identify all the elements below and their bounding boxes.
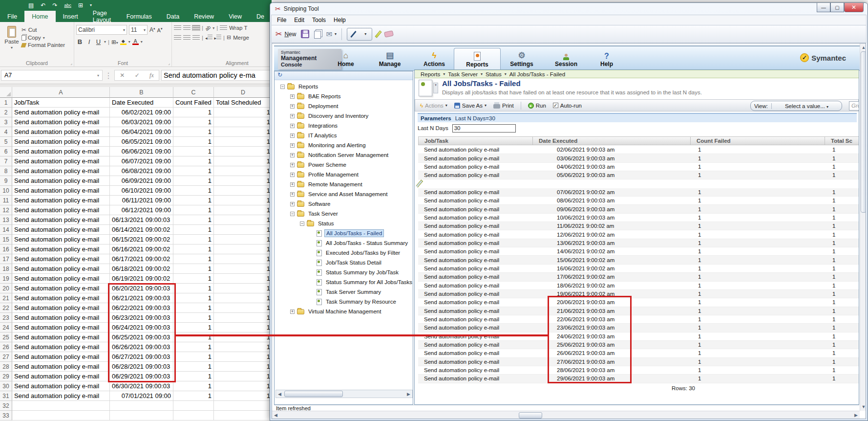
cell-count-failed[interactable]: 1 [173, 225, 214, 235]
save-icon[interactable]: ▤ [28, 2, 34, 8]
report-row[interactable]: Send automation policy e-mail15/06/2021 … [418, 256, 859, 264]
cell-count-failed[interactable] [173, 401, 214, 411]
cell-count-failed[interactable]: 1 [173, 254, 214, 264]
row-number[interactable]: 19 [0, 274, 12, 284]
cut-button[interactable]: ✂Cut [21, 26, 65, 33]
col-count-failed[interactable]: Count Failed [691, 137, 825, 145]
cell-total-scheduled[interactable]: 1 [214, 176, 272, 186]
cell-count-failed[interactable]: 1 [173, 108, 214, 117]
report-row[interactable]: Send automation policy e-mail08/06/2021 … [418, 197, 859, 205]
cell-date[interactable]: 07/01/2021 09:00 [110, 391, 173, 401]
actions-menu-button[interactable]: ϟActions▾ [420, 103, 447, 109]
row-number[interactable]: 8 [0, 166, 12, 176]
row-number[interactable]: 6 [0, 147, 12, 156]
cell-task[interactable]: Job/Task [12, 98, 110, 108]
snip-horizontal-scrollbar[interactable]: ◀ ▶ [272, 411, 860, 419]
cell-count-failed[interactable]: 1 [173, 284, 214, 293]
tree-item-bae-reports[interactable]: +BAE Reports [275, 91, 413, 101]
menu-edit[interactable]: Edit [291, 16, 308, 24]
cell-total-scheduled[interactable]: 1 [214, 274, 272, 284]
cell-count-failed[interactable]: 1 [173, 323, 214, 332]
cell-total-scheduled[interactable]: 1 [214, 166, 272, 176]
auto-run-checkbox[interactable]: ✓Auto-run [553, 103, 582, 109]
report-row[interactable]: Send automation policy e-mail16/06/2021 … [418, 265, 859, 273]
highlighter-button[interactable] [377, 30, 380, 38]
cell-total-scheduled[interactable]: 1 [214, 225, 272, 235]
tree-item-remote-management[interactable]: +Remote Management [275, 179, 413, 189]
breadcrumb-task-server[interactable]: Task Server [448, 71, 478, 77]
wrap-text-button[interactable]: Wrap T [220, 25, 247, 31]
align-right-button[interactable] [192, 35, 200, 40]
font-name-combo[interactable]: Calibri▾ [76, 25, 127, 35]
group-input[interactable]: Gro [849, 101, 859, 111]
row-number[interactable]: 7 [0, 156, 12, 166]
row-number[interactable]: 27 [0, 352, 12, 362]
bold-button[interactable]: B [76, 38, 84, 45]
col-job-task[interactable]: Job/Task [419, 137, 533, 145]
collapse-icon[interactable]: − [300, 222, 304, 226]
cell-total-scheduled[interactable]: 1 [214, 127, 272, 137]
report-row[interactable]: Send automation policy e-mail11/06/2021 … [418, 222, 859, 230]
name-box[interactable]: A7▾ [1, 70, 103, 81]
cell-count-failed[interactable]: 1 [173, 303, 214, 313]
cell-total-scheduled[interactable]: 1 [214, 196, 272, 205]
tree-item-monitoring-and-alerting[interactable]: +Monitoring and Alerting [275, 140, 413, 150]
row-number[interactable]: 15 [0, 235, 12, 244]
cell-total-scheduled[interactable]: 1 [214, 391, 272, 401]
report-row[interactable]: Send automation policy e-mail21/06/2021 … [418, 307, 859, 315]
pen-button[interactable]: ▾ [347, 28, 372, 41]
tree-item-all-jobs-tasks-status-summary[interactable]: All Jobs/Tasks - Status Summary [275, 238, 413, 248]
row-number[interactable]: 5 [0, 137, 12, 147]
cell-date[interactable] [110, 401, 173, 411]
formula-bar-splitter[interactable]: ⋮ [105, 71, 112, 80]
report-row[interactable]: Send automation policy e-mail25/06/2021 … [418, 341, 859, 349]
scroll-up-icon[interactable]: ▲ [860, 45, 866, 50]
report-row[interactable]: Send automation policy e-mail07/06/2021 … [418, 188, 859, 197]
tab-de[interactable]: De [249, 11, 272, 22]
cell-task[interactable]: Send automation policy e-mail [12, 117, 110, 127]
row-number[interactable]: 18 [0, 264, 12, 274]
cell-task[interactable]: Send automation policy e-mail [12, 156, 110, 166]
cell-date[interactable]: 06/05/2021 09:00 [110, 137, 173, 147]
cell-task[interactable]: Send automation policy e-mail [12, 352, 110, 362]
report-row[interactable]: Send automation policy e-mail28/06/2021 … [418, 366, 859, 375]
scroll-down-icon[interactable]: ▼ [860, 404, 866, 409]
cell-total-scheduled[interactable]: 1 [214, 342, 272, 352]
report-row[interactable]: Send automation policy e-mail18/06/2021 … [418, 282, 859, 290]
cell-task[interactable]: Send automation policy e-mail [12, 362, 110, 372]
cell-date[interactable]: 06/19/2021 09:00:02 [110, 274, 173, 284]
column-header-a[interactable]: A [12, 87, 110, 98]
cell-total-scheduled[interactable]: 1 [214, 244, 272, 254]
cancel-icon[interactable]: ✕ [120, 72, 125, 79]
tree-item-status-summary-for-all-jobs-tasks[interactable]: Status Summary for All Jobs/Tasks [275, 277, 413, 287]
row-number[interactable]: 21 [0, 293, 12, 303]
row-number[interactable]: 12 [0, 205, 12, 215]
cell-date[interactable]: 06/04/2021 09:00 [110, 127, 173, 137]
collapse-icon[interactable]: − [290, 212, 295, 216]
cell-task[interactable]: Send automation policy e-mail [12, 215, 110, 225]
align-top-button[interactable] [174, 25, 181, 30]
cell-count-failed[interactable]: 1 [173, 391, 214, 401]
row-number[interactable]: 17 [0, 254, 12, 264]
col-date-executed[interactable]: Date Executed [533, 137, 691, 145]
format-painter-button[interactable]: Format Painter [21, 42, 65, 48]
snip-titlebar[interactable]: ✂ Snipping Tool — ▢ ✕ [270, 3, 868, 15]
cell-date[interactable]: 06/03/2021 09:00 [110, 117, 173, 127]
qat-more-icon[interactable]: ▾ [90, 3, 92, 7]
cell-count-failed[interactable]: 1 [173, 205, 214, 215]
tab-insert[interactable]: Insert [56, 11, 85, 22]
cell-task[interactable]: Send automation policy e-mail [12, 372, 110, 381]
cell-total-scheduled[interactable]: 1 [214, 264, 272, 274]
cell-total-scheduled[interactable]: 1 [214, 352, 272, 362]
report-row[interactable]: Send automation policy e-mail14/06/2021 … [418, 247, 859, 256]
row-number[interactable]: 26 [0, 342, 12, 352]
report-row[interactable]: Send automation policy e-mail02/06/2021 … [418, 146, 859, 154]
cell-total-scheduled[interactable] [214, 411, 272, 421]
row-number[interactable]: 30 [0, 381, 12, 391]
cell-date[interactable]: 06/10/2021 09:00 [110, 186, 173, 196]
cell-task[interactable]: Send automation policy e-mail [12, 127, 110, 137]
row-number[interactable]: 9 [0, 176, 12, 186]
font-size-combo[interactable]: 11▾ [129, 25, 148, 35]
cell-task[interactable]: Send automation policy e-mail [12, 235, 110, 244]
tree-item-job-task-status-detail[interactable]: Job/Task Status Detail [275, 258, 413, 267]
